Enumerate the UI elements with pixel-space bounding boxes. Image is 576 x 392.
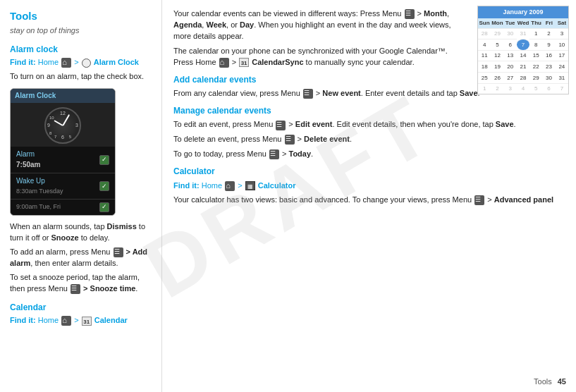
menu-icon-4 (303, 89, 313, 99)
cal-cell: 4 (478, 39, 491, 50)
cal-cell: 13 (504, 50, 517, 61)
cal-day-thu: Thu (530, 18, 543, 28)
alarm-check-3[interactable]: ✓ (99, 202, 109, 212)
page-container: DRAFT Tools stay on top of things Alarm … (0, 0, 576, 392)
alarm-para2: When an alarm sounds, tap Dismiss to tur… (10, 221, 152, 244)
clock-num-7: 7 (54, 134, 56, 140)
calendar-sync-bold: CalendarSync (252, 58, 303, 66)
alarm-name-1: Alarm (16, 149, 99, 160)
menu-icon-7 (269, 149, 279, 159)
alarm-time-1: 7:50am (16, 160, 99, 171)
clock-num-9: 9 (47, 122, 50, 129)
delete-event-bold: Delete event (304, 135, 350, 143)
alarm-item-3: 9:00am Tue, Fri ✓ (11, 200, 115, 215)
left-column: Tools stay on top of things Alarm clock … (0, 0, 162, 392)
cal-cell: 23 (542, 61, 555, 72)
cal-cell: 28 (478, 28, 491, 39)
dismiss-bold: Dismiss (107, 222, 137, 231)
alarm-para3: To add an alarm, press Menu > Add alarm,… (10, 247, 152, 269)
menu-icon-3 (405, 9, 415, 19)
right-column: January 2009 Sun Mon Tue Wed Thu Fri Sat… (162, 0, 576, 392)
clock-num-5: 5 (69, 134, 71, 140)
cal-cell: 6 (504, 39, 517, 50)
cal-cell: 17 (556, 50, 568, 61)
cal-cell: 14 (517, 50, 529, 61)
month-bold: Month (424, 9, 447, 18)
alarm-clock-icon (82, 59, 91, 68)
manage-delete-text: To delete an event, press Menu > Delete … (173, 134, 565, 145)
calculator-text: Your calculator has two views: basic and… (173, 195, 565, 206)
day-bold: Day (240, 20, 254, 29)
page-label: Tools (534, 376, 552, 388)
find-it-label: Find it: (10, 58, 36, 66)
calendar-mini: January 2009 Sun Mon Tue Wed Thu Fri Sat… (477, 6, 569, 94)
alarm-phone-header: Alarm Clock (11, 89, 115, 104)
cal-cell: 30 (504, 28, 517, 39)
home-icon-3 (219, 58, 229, 68)
alarm-text-col-2: Wake Up 8:30am Tuesday (16, 176, 99, 196)
cal-day-wed: Wed (517, 18, 530, 28)
alarm-sub-3: 9:00am Tue, Fri (16, 202, 99, 212)
clock-circle: 12 3 6 9 10 8 7 5 (44, 107, 81, 144)
cal-cell: 1 (478, 83, 491, 94)
today-bold: Today (288, 149, 311, 158)
cal-cell: 31 (556, 72, 568, 83)
alarm-text-col-1: Alarm 7:50am (16, 149, 99, 170)
clock-face: 12 3 6 9 10 8 7 5 (11, 103, 115, 147)
manage-today-text: To go to today, press Menu > Today. (173, 149, 565, 160)
calendar-icon: 31 (82, 317, 92, 326)
cal-cell: 8 (529, 39, 542, 50)
clock-num-8: 8 (49, 130, 51, 137)
save-bold-2: Save (496, 120, 514, 128)
cal-cell: 4 (517, 83, 529, 94)
cal-cell: 5 (491, 39, 503, 50)
calendar-heading: Calendar (10, 302, 152, 314)
week-bold: Week (206, 20, 226, 29)
alarm-para4: To set a snooze period, tap the alarm, t… (10, 272, 152, 295)
cal-cell: 26 (491, 72, 503, 83)
calendar-find-it-label: Find it: (10, 316, 36, 324)
menu-icon-2 (71, 284, 80, 294)
alarm-check-2[interactable]: ✓ (99, 181, 109, 191)
calc-bold: Calculator (258, 181, 296, 190)
edit-event-bold: Edit event (295, 120, 333, 128)
calc-find-it-label: Find it: (173, 181, 200, 190)
cal-cell: 19 (491, 61, 503, 72)
cal-day-tue: Tue (504, 18, 517, 28)
cal-cell: 3 (504, 83, 517, 94)
cal-cell: 31 (517, 28, 529, 39)
cal-cell: 3 (556, 28, 568, 39)
cal-cell-today: 7 (517, 39, 529, 50)
cal-cell: 15 (529, 50, 542, 61)
cal-cell: 7 (556, 83, 568, 94)
alarm-para1: To turn on an alarm, tap the check box. (10, 71, 152, 82)
advanced-panel-bold: Advanced panel (494, 195, 553, 204)
cal-day-sun: Sun (478, 18, 491, 28)
alarm-name-2: Wake Up (16, 176, 99, 187)
new-event-bold: New event (322, 89, 360, 97)
calendar-find-it: Find it: Home > 31 Calendar (10, 315, 152, 326)
cal-cell: 20 (504, 61, 517, 72)
save-bold-1: Save (460, 89, 478, 97)
menu-icon-8 (474, 195, 484, 205)
manage-edit-text: To edit an event, press Menu > Edit even… (173, 119, 565, 130)
cal-day-fri: Fri (543, 18, 556, 28)
cal-cell: 9 (542, 39, 555, 50)
alarm-text-col-3: 9:00am Tue, Fri (16, 202, 99, 212)
calendar-bold: Calendar (94, 316, 128, 324)
clock-num-3: 3 (75, 122, 78, 129)
calculator-find-it: Find it: Home > ▦ Calculator (173, 180, 565, 192)
snooze-time-bold: > Snooze time (83, 284, 135, 293)
cal-cell: 11 (478, 50, 491, 61)
cal-cell: 6 (542, 83, 555, 94)
page-number-bar: Tools 45 (534, 376, 566, 388)
alarm-check-1[interactable]: ✓ (99, 155, 109, 165)
alarm-phone-image: Alarm Clock 12 3 6 9 10 8 7 5 (10, 88, 116, 216)
cal-cell: 18 (478, 61, 491, 72)
cal-cell: 22 (529, 61, 542, 72)
alarm-sub-2: 8:30am Tuesday (16, 187, 99, 196)
manage-events-heading: Manage calendar events (173, 105, 565, 117)
cal-cell: 29 (529, 72, 542, 83)
cal-cell: 25 (478, 72, 491, 83)
calc-icon: ▦ (245, 181, 255, 190)
